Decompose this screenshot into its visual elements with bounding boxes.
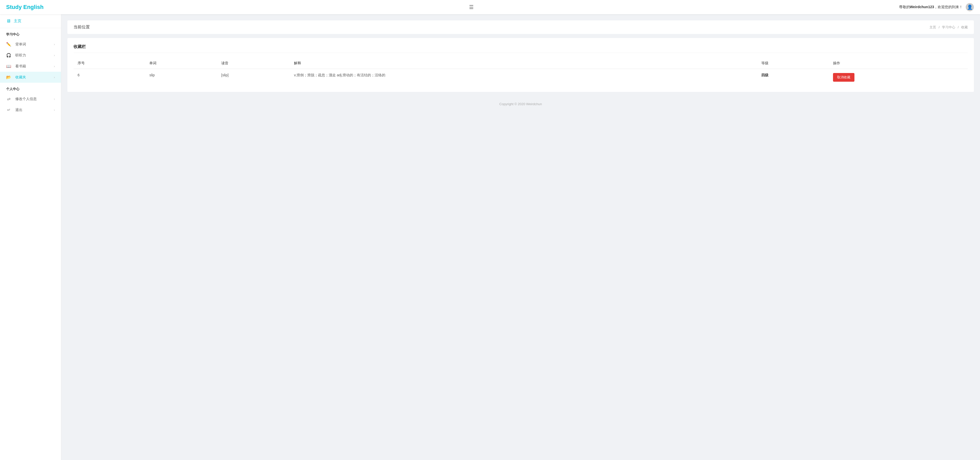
user-avatar[interactable]: 👤 — [966, 3, 974, 11]
favorites-icon: 📂 — [6, 75, 11, 80]
chevron-icon: › — [54, 76, 55, 79]
card-title: 收藏栏 — [73, 44, 968, 53]
cell-word: slip — [145, 69, 217, 86]
chevron-icon: › — [54, 108, 55, 112]
listen-icon: 🎧 — [6, 53, 11, 58]
favorites-card: 收藏栏 序号 单词 读音 解释 等级 操作 6 slip — [67, 38, 974, 92]
breadcrumb-current: 收藏 — [961, 25, 968, 29]
sidebar-item-books[interactable]: 📖 看书籍 › — [0, 61, 61, 72]
main-content: 当前位置 主页 / 学习中心 / 收藏 收藏栏 序号 单词 读音 解释 等 — [61, 14, 980, 460]
logo-highlight: English — [23, 4, 43, 10]
cell-pronunciation: [slip] — [217, 69, 290, 86]
sidebar-home[interactable]: 🖥 主页 — [0, 14, 61, 28]
chevron-icon: › — [54, 43, 55, 46]
table-body: 6 slip [slip] v.滑倒；滑脱；疏忽；溜走 adj.滑动的；有活结的… — [73, 69, 968, 86]
layout: 🖥 主页 学习中心 ✏️ 背单词 › 🎧 听听力 › 📖 看书籍 › — [0, 14, 980, 460]
sidebar-item-books-label: 看书籍 — [15, 64, 26, 68]
footer-text: Copyright © 2020 Weirdchun — [500, 102, 542, 106]
breadcrumb-path: 主页 / 学习中心 / 收藏 — [929, 25, 968, 30]
breadcrumb-home[interactable]: 主页 — [929, 25, 936, 29]
breadcrumb-title: 当前位置 — [73, 24, 90, 30]
col-pronunciation: 读音 — [217, 58, 290, 69]
breadcrumb-bar: 当前位置 主页 / 学习中心 / 收藏 — [67, 21, 974, 34]
welcome-text: 尊敬的Weirdchun123，欢迎您的到来！ — [899, 5, 963, 10]
section-personal-title: 个人中心 — [0, 83, 61, 94]
chevron-icon: › — [54, 97, 55, 101]
chevron-icon: › — [54, 54, 55, 57]
sidebar-item-vocab[interactable]: ✏️ 背单词 › — [0, 39, 61, 50]
sidebar: 🖥 主页 学习中心 ✏️ 背单词 › 🎧 听听力 › 📖 看书籍 › — [0, 14, 61, 460]
col-index: 序号 — [73, 58, 145, 69]
logo-text: Study — [6, 4, 23, 10]
cell-action: 取消收藏 — [829, 69, 968, 86]
home-icon: 🖥 — [6, 18, 11, 24]
header-right: 尊敬的Weirdchun123，欢迎您的到来！ 👤 — [899, 3, 974, 11]
cell-definition: v.滑倒；滑脱；疏忽；溜走 adj.滑动的；有活结的；活络的 — [290, 69, 757, 86]
table-header: 序号 单词 读音 解释 等级 操作 — [73, 58, 968, 69]
header: Study English ☰ 尊敬的Weirdchun123，欢迎您的到来！ … — [0, 0, 980, 14]
cancel-favorite-button[interactable]: 取消收藏 — [833, 73, 854, 82]
col-definition: 解释 — [290, 58, 757, 69]
vocab-icon: ✏️ — [6, 42, 11, 47]
sidebar-item-listen-label: 听听力 — [15, 53, 26, 58]
col-action: 操作 — [829, 58, 968, 69]
sidebar-item-logout-label: 退出 — [15, 108, 22, 112]
sidebar-item-favorites[interactable]: 📂 收藏夹 › — [0, 72, 61, 83]
logout-icon: ↵ — [6, 107, 11, 112]
logo: Study English — [6, 4, 44, 11]
level-badge: 四级 — [761, 73, 768, 77]
favorites-table: 序号 单词 读音 解释 等级 操作 6 slip [slip] v.滑倒；滑脱；… — [73, 58, 968, 86]
cell-index: 6 — [73, 69, 145, 86]
sidebar-home-label: 主页 — [14, 19, 21, 24]
menu-icon[interactable]: ☰ — [469, 4, 474, 10]
sidebar-item-listen[interactable]: 🎧 听听力 › — [0, 50, 61, 61]
sidebar-item-favorites-label: 收藏夹 — [15, 75, 26, 80]
username: Weirdchun123 — [910, 5, 934, 9]
table-row: 6 slip [slip] v.滑倒；滑脱；疏忽；溜走 adj.滑动的；有活结的… — [73, 69, 968, 86]
footer: Copyright © 2020 Weirdchun — [67, 96, 974, 112]
sidebar-item-profile-label: 修改个人信息 — [15, 97, 37, 101]
sidebar-item-profile[interactable]: ⇄ 修改个人信息 › — [0, 94, 61, 104]
breadcrumb-learning[interactable]: 学习中心 — [942, 25, 955, 29]
chevron-icon: › — [54, 65, 55, 68]
col-word: 单词 — [145, 58, 217, 69]
sidebar-item-vocab-label: 背单词 — [15, 42, 26, 47]
section-learning-title: 学习中心 — [0, 28, 61, 39]
books-icon: 📖 — [6, 64, 11, 68]
profile-icon: ⇄ — [6, 97, 11, 101]
sidebar-item-logout[interactable]: ↵ 退出 › — [0, 104, 61, 115]
cell-level: 四级 — [757, 69, 829, 86]
col-level: 等级 — [757, 58, 829, 69]
